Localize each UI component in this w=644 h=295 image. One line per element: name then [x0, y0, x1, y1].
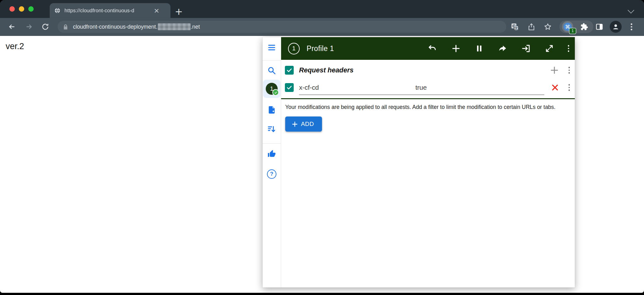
profile-menu-icon[interactable] — [568, 45, 569, 52]
sidebar-divider — [263, 60, 281, 60]
side-panel-icon[interactable] — [596, 23, 603, 31]
profile-header-bar: 1 Profile 1 — [281, 37, 575, 60]
tab-close-icon[interactable]: × — [153, 8, 160, 14]
modheader-badge: 1 — [569, 28, 576, 34]
tab-strip: https://cloudfront-continuous-d × + — [0, 0, 644, 18]
pause-icon[interactable] — [475, 44, 484, 53]
entry-menu-icon[interactable] — [569, 84, 570, 91]
add-icon[interactable] — [451, 44, 461, 53]
modheader-popup: 1 — [263, 37, 575, 287]
section-divider — [281, 98, 575, 99]
section-title: Request headers — [299, 66, 546, 74]
sort-icon[interactable] — [267, 125, 276, 133]
page-version-text: ver.2 — [6, 42, 24, 51]
header-value-field[interactable]: true — [415, 84, 547, 91]
sidebar-divider-2 — [263, 143, 281, 144]
globe-icon — [54, 7, 61, 14]
filter-message: Your modifications are being applied to … — [285, 104, 569, 111]
popup-main: 1 Profile 1 — [281, 37, 575, 287]
extensions-puzzle-icon[interactable] — [580, 23, 588, 31]
add-profile-icon[interactable] — [267, 105, 276, 115]
expand-icon[interactable] — [545, 44, 554, 53]
profile-avatar[interactable] — [610, 21, 622, 33]
popup-sidebar: 1 — [263, 37, 281, 287]
help-question-glyph: ? — [270, 171, 273, 177]
address-bar[interactable]: cloudfront-continuous-deployment..net — [58, 21, 506, 33]
header-entry-row: x-cf-cd true — [281, 79, 575, 96]
entry-input-underline — [299, 94, 544, 95]
tab-title: https://cloudfront-continuous-d — [64, 8, 152, 14]
help-icon[interactable]: ? — [267, 169, 276, 179]
delete-entry-icon[interactable] — [551, 83, 559, 92]
back-button[interactable] — [8, 23, 16, 31]
section-menu-icon[interactable] — [569, 67, 570, 74]
translate-icon[interactable]: G 文 — [511, 23, 519, 31]
tab-search-chevron-icon[interactable] — [628, 7, 634, 14]
profile-1-avatar: 1 — [266, 83, 278, 95]
forward-button[interactable] — [25, 23, 33, 31]
thumbs-up-icon[interactable] — [267, 149, 276, 158]
section-checkbox[interactable] — [285, 66, 294, 75]
profile-active-check-icon — [272, 89, 279, 96]
browser-window: https://cloudfront-continuous-d × + clou… — [0, 0, 644, 293]
browser-tab[interactable]: https://cloudfront-continuous-d × — [50, 3, 170, 18]
browser-toolbar: cloudfront-continuous-deployment..net G … — [0, 18, 644, 36]
header-name-field[interactable]: x-cf-cd — [299, 84, 415, 91]
undo-icon[interactable] — [428, 44, 437, 53]
lock-icon — [63, 24, 69, 30]
share-forward-icon[interactable] — [498, 44, 507, 53]
fullscreen-window-button[interactable] — [28, 6, 34, 12]
entry-checkbox[interactable] — [285, 83, 294, 92]
search-icon[interactable] — [267, 66, 276, 75]
profile-number-icon: 1 — [288, 43, 300, 54]
url-text: cloudfront-continuous-deployment..net — [73, 23, 200, 30]
add-filter-button[interactable]: ADD — [285, 116, 322, 132]
add-filter-button-label: ADD — [301, 121, 314, 128]
sidebar-item-profile-1[interactable]: 1 — [263, 80, 280, 98]
browser-menu-icon[interactable] — [631, 23, 632, 30]
export-login-icon[interactable] — [521, 44, 531, 53]
share-icon[interactable] — [528, 23, 535, 31]
request-headers-section: Request headers — [281, 61, 575, 79]
redacted-url-segment — [158, 23, 191, 30]
reload-button[interactable] — [42, 23, 49, 31]
bookmark-star-icon[interactable] — [544, 23, 552, 31]
profile-title[interactable]: Profile 1 — [307, 44, 425, 53]
minimize-window-button[interactable] — [19, 6, 24, 12]
close-window-button[interactable] — [9, 6, 15, 12]
menu-hamburger-icon[interactable] — [267, 43, 276, 52]
new-tab-button[interactable]: + — [175, 7, 183, 16]
add-header-icon[interactable] — [550, 65, 559, 75]
svg-text:文: 文 — [514, 26, 518, 30]
